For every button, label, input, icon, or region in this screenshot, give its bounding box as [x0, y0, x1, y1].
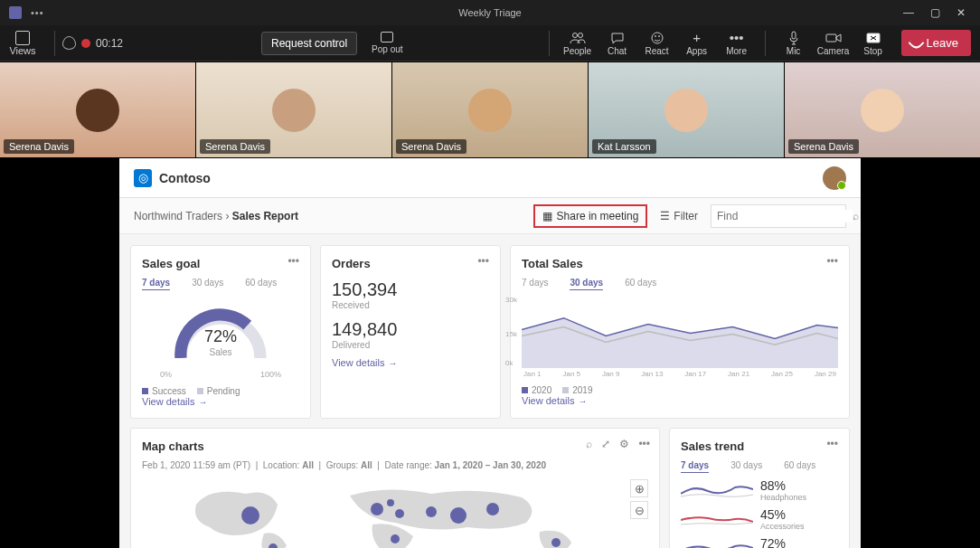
camera-button[interactable]: Camera: [815, 31, 853, 56]
tab-30days[interactable]: 30 days: [192, 278, 223, 290]
map-zoom-controls: ⊕ ⊖: [630, 479, 648, 519]
tab-60days[interactable]: 60 days: [784, 460, 815, 473]
card-more-icon[interactable]: •••: [477, 255, 489, 268]
minimize-button[interactable]: —: [903, 6, 914, 19]
view-details-link[interactable]: View details: [332, 357, 489, 368]
gauge-label: Sales: [209, 347, 231, 357]
card-more-icon[interactable]: •••: [287, 255, 299, 268]
avatar[interactable]: [823, 166, 846, 190]
card-tabs: 7 days 30 days 60 days: [522, 278, 838, 290]
svg-point-1: [578, 33, 582, 37]
orders-card: Orders ••• 150,394 Received 149,840 Deli…: [320, 245, 501, 419]
sales-trend-card: Sales trend ••• 7 days 30 days 60 days 8…: [669, 428, 850, 548]
window-title: Weekly Triage: [458, 7, 522, 18]
maximize-button[interactable]: ▢: [930, 6, 940, 19]
card-more-icon[interactable]: •••: [638, 438, 650, 450]
sparkline: [681, 538, 753, 548]
world-map: [142, 477, 648, 548]
mic-button[interactable]: Mic: [775, 31, 813, 56]
video-strip: Serena Davis Serena Davis Serena Davis K…: [0, 61, 980, 158]
shared-app-window: ◎ Contoso Northwind Traders › Sales Repo…: [119, 158, 861, 548]
svg-rect-5: [792, 32, 796, 39]
stop-button[interactable]: Stop: [854, 31, 892, 56]
toolbar-right: People Chat React + Apps ••• More Mic Ca…: [542, 30, 971, 56]
people-button[interactable]: People: [559, 31, 597, 56]
video-tile[interactable]: Serena Davis: [392, 62, 588, 157]
filter-button[interactable]: ☰ Filter: [655, 206, 703, 226]
meatball-menu-icon[interactable]: •••: [31, 7, 44, 18]
pop-out-button[interactable]: Pop out: [372, 32, 402, 54]
mic-icon: [786, 31, 802, 45]
react-icon: [649, 31, 665, 45]
tab-7days[interactable]: 7 days: [142, 278, 170, 290]
tab-60days[interactable]: 60 days: [245, 278, 277, 290]
expand-icon[interactable]: ⤢: [601, 438, 610, 450]
svg-point-2: [652, 33, 663, 43]
trend-item: 88%Headphones: [681, 478, 838, 502]
orders-delivered-value: 149,840: [332, 319, 489, 340]
filter-label: Filter: [674, 210, 698, 222]
people-icon: [570, 31, 586, 45]
views-button[interactable]: Views: [9, 31, 36, 56]
svg-point-11: [395, 509, 404, 518]
video-tile[interactable]: Serena Davis: [196, 62, 391, 157]
stop-icon: [865, 31, 881, 45]
card-tabs: 7 days 30 days 60 days: [142, 278, 299, 290]
sparkline: [681, 480, 753, 500]
apps-button[interactable]: + Apps: [678, 31, 716, 56]
search-box[interactable]: ⌕: [711, 204, 846, 228]
search-icon[interactable]: ⌕: [586, 438, 592, 450]
camera-icon: [825, 31, 842, 45]
views-label: Views: [9, 45, 35, 56]
tab-30days[interactable]: 30 days: [570, 278, 603, 290]
zoom-out-button[interactable]: ⊖: [630, 501, 648, 519]
video-tile[interactable]: Kat Larsson: [589, 62, 784, 157]
phone-icon: [908, 34, 924, 51]
tab-7days[interactable]: 7 days: [681, 460, 709, 473]
tab-60days[interactable]: 60 days: [625, 278, 656, 290]
map-subtitle: Feb 1, 2020 11:59 am (PT) | Location: Al…: [142, 460, 648, 470]
tab-7days[interactable]: 7 days: [522, 278, 548, 290]
share-meeting-label: Share in meeting: [557, 210, 639, 222]
chart-legend: 2020 2019: [522, 385, 838, 395]
map-charts-card: Map charts ⌕ ⤢ ⚙ ••• Feb 1, 2020 11:59 a…: [130, 428, 660, 548]
gauge-percent: 72%: [204, 327, 237, 346]
svg-point-12: [387, 499, 394, 506]
view-details-link[interactable]: View details: [522, 395, 838, 406]
video-tile[interactable]: Serena Davis: [0, 62, 195, 157]
gauge-chart: 72% Sales: [142, 296, 299, 370]
separator: [549, 31, 550, 56]
zoom-in-button[interactable]: ⊕: [630, 479, 648, 497]
leave-label: Leave: [927, 36, 958, 50]
card-title: Orders: [332, 257, 489, 270]
react-button[interactable]: React: [638, 31, 676, 56]
view-details-link[interactable]: View details: [142, 396, 299, 407]
search-input[interactable]: [717, 210, 853, 222]
more-button[interactable]: ••• More: [718, 31, 756, 56]
leave-button[interactable]: Leave: [901, 30, 971, 56]
card-more-icon[interactable]: •••: [826, 438, 838, 450]
breadcrumb[interactable]: Northwind Traders › Sales Report: [134, 210, 298, 222]
command-bar: Northwind Traders › Sales Report ▦ Share…: [119, 198, 861, 234]
card-title: Sales trend: [681, 439, 838, 453]
chat-button[interactable]: Chat: [598, 31, 636, 56]
card-more-icon[interactable]: •••: [826, 255, 838, 268]
title-bar: ••• Weekly Triage — ▢ ✕: [0, 0, 980, 25]
video-tile[interactable]: Serena Davis: [785, 62, 980, 157]
toolbar-center: Request control Pop out: [123, 32, 542, 55]
shared-screen-area: ◎ Contoso Northwind Traders › Sales Repo…: [0, 158, 980, 548]
request-control-button[interactable]: Request control: [261, 32, 357, 55]
pop-out-icon: [381, 32, 393, 43]
tab-30days[interactable]: 30 days: [730, 460, 762, 473]
share-in-meeting-button[interactable]: ▦ Share in meeting: [533, 204, 648, 228]
participant-name: Serena Davis: [788, 139, 859, 154]
more-icon: •••: [729, 31, 745, 45]
card-title: Total Sales: [522, 257, 838, 270]
app-header: ◎ Contoso: [119, 158, 861, 198]
teams-app-icon: [9, 6, 22, 19]
meeting-toolbar: Views 00:12 Request control Pop out Peop…: [0, 25, 980, 61]
search-icon[interactable]: ⌕: [853, 210, 859, 222]
close-window-button[interactable]: ✕: [956, 6, 966, 19]
x-axis-ticks: Jan 1Jan 5Jan 9Jan 13Jan 17Jan 21Jan 25J…: [522, 370, 838, 378]
gear-icon[interactable]: ⚙: [619, 438, 629, 450]
